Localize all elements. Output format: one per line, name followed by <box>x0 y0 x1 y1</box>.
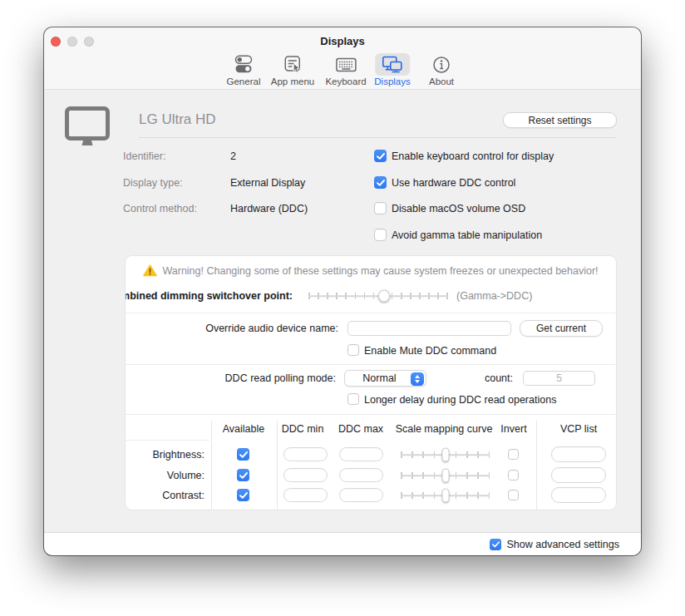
contrast-row-label: Contrast: <box>162 490 205 501</box>
volume-invert-checkbox[interactable] <box>508 470 519 480</box>
footer-bar: Show advanced settings <box>44 532 641 555</box>
checkbox-label: Use hardware DDC control <box>392 177 515 189</box>
dimming-label: Combined dimming switchover point: <box>125 290 293 302</box>
warning-icon <box>143 264 157 277</box>
advanced-settings-panel: Warning! Changing some of these settings… <box>125 255 617 510</box>
volume-available-checkbox[interactable] <box>237 469 249 481</box>
slider-thumb[interactable] <box>441 489 449 503</box>
contrast-curve-slider[interactable] <box>401 488 490 503</box>
warning-row: Warning! Changing some of these settings… <box>126 264 616 277</box>
show-advanced-checkbox[interactable] <box>490 539 501 550</box>
volume-ddc-max-input[interactable] <box>339 468 383 482</box>
header-divider <box>139 137 617 138</box>
brightness-curve-slider[interactable] <box>401 447 490 462</box>
menu-document-icon <box>275 53 310 76</box>
info-icon <box>424 53 459 76</box>
volume-curve-slider[interactable] <box>401 468 490 483</box>
keyboard-icon <box>328 53 363 76</box>
displays-window: Displays General <box>44 27 641 555</box>
toggles-icon <box>226 53 261 76</box>
volume-osd-checkbox[interactable] <box>374 202 387 214</box>
dimming-slider[interactable] <box>308 288 448 303</box>
display-type-value: External Display <box>230 177 305 189</box>
tab-app-menu[interactable]: App menu <box>271 53 314 86</box>
tab-general[interactable]: General <box>226 53 261 86</box>
count-label: count: <box>485 372 513 384</box>
slider-thumb[interactable] <box>378 290 390 303</box>
contrast-ddc-min-input[interactable] <box>283 488 328 502</box>
slider-thumb[interactable] <box>441 469 449 483</box>
mute-ddc-checkbox[interactable] <box>347 344 359 356</box>
tab-label: About <box>429 76 454 86</box>
show-advanced-label: Show advanced settings <box>506 539 619 550</box>
dropdown-value: Normal <box>362 372 396 384</box>
mute-ddc-label: Enable Mute DDC command <box>364 345 496 357</box>
stepper-icon <box>411 372 424 386</box>
column-divider <box>536 421 537 510</box>
column-header-ddc-min: DDC min <box>282 423 324 435</box>
identifier-label: Identifier: <box>123 150 165 162</box>
polling-mode-label: DDC read polling mode: <box>225 372 336 384</box>
option-row: Disable macOS volume OSD <box>374 202 525 214</box>
count-input[interactable] <box>523 371 595 386</box>
contrast-available-checkbox[interactable] <box>237 489 249 501</box>
tab-label: Keyboard <box>325 76 366 86</box>
audio-name-label: Override audio device name: <box>205 323 338 334</box>
tab-label: Displays <box>374 76 410 86</box>
volume-ddc-min-input[interactable] <box>283 468 328 482</box>
column-divider <box>211 421 212 510</box>
window-title: Displays <box>44 35 641 47</box>
column-header-vcp-list: VCP list <box>560 423 597 435</box>
keyboard-control-checkbox[interactable] <box>374 150 387 162</box>
brightness-available-checkbox[interactable] <box>237 448 249 461</box>
audio-name-input[interactable] <box>347 321 511 336</box>
monitor-icon <box>65 106 110 151</box>
column-header-invert: Invert <box>500 423 526 435</box>
tab-displays[interactable]: Displays <box>374 53 410 86</box>
section-divider <box>126 364 616 365</box>
main-content: LG Ultra HD Reset settings Identifier: 2… <box>44 90 641 532</box>
identifier-value: 2 <box>230 150 236 162</box>
brightness-row-label: Brightness: <box>152 449 205 461</box>
tab-label: App menu <box>271 76 314 86</box>
control-method-value: Hardware (DDC) <box>230 203 308 214</box>
header-underline <box>126 440 209 441</box>
tab-about[interactable]: About <box>424 53 459 86</box>
brightness-invert-checkbox[interactable] <box>508 449 519 460</box>
polling-mode-dropdown[interactable]: Normal <box>344 370 426 387</box>
titlebar: Displays General <box>44 27 641 90</box>
brightness-ddc-max-input[interactable] <box>339 447 383 461</box>
option-row: Enable keyboard control for display <box>374 150 554 162</box>
control-method-label: Control method: <box>123 203 197 214</box>
option-row: Use hardware DDC control <box>374 176 515 189</box>
gamma-table-checkbox[interactable] <box>374 229 387 241</box>
column-header-available: Available <box>223 423 265 435</box>
slider-thumb[interactable] <box>441 448 449 462</box>
brightness-vcp-input[interactable] <box>551 446 606 462</box>
display-type-label: Display type: <box>123 177 183 189</box>
display-name: LG Ultra HD <box>139 111 216 128</box>
column-header-curve: Scale mapping curve <box>396 423 493 435</box>
checkbox-label: Avoid gamma table manipulation <box>392 229 542 241</box>
section-divider <box>126 414 616 415</box>
reset-settings-button[interactable]: Reset settings <box>503 112 617 128</box>
get-current-button[interactable]: Get current <box>520 320 603 337</box>
section-divider <box>126 313 616 313</box>
longer-delay-checkbox[interactable] <box>347 393 359 405</box>
contrast-invert-checkbox[interactable] <box>508 490 519 500</box>
displays-icon <box>375 53 410 76</box>
longer-delay-label: Longer delay during DDC read operations <box>364 394 556 406</box>
warning-text: Warning! Changing some of these settings… <box>162 265 598 277</box>
column-header-ddc-max: DDC max <box>338 423 383 435</box>
dimming-suffix: (Gamma->DDC) <box>456 290 532 302</box>
checkbox-label: Enable keyboard control for display <box>392 150 554 162</box>
column-divider <box>277 421 278 510</box>
hardware-ddc-checkbox[interactable] <box>374 176 387 189</box>
volume-row-label: Volume: <box>167 470 205 481</box>
contrast-ddc-max-input[interactable] <box>339 488 383 502</box>
brightness-ddc-min-input[interactable] <box>283 447 328 461</box>
checkbox-label: Disable macOS volume OSD <box>392 203 525 214</box>
tab-keyboard[interactable]: Keyboard <box>325 53 366 86</box>
contrast-vcp-input[interactable] <box>551 487 606 503</box>
volume-vcp-input[interactable] <box>551 467 606 483</box>
